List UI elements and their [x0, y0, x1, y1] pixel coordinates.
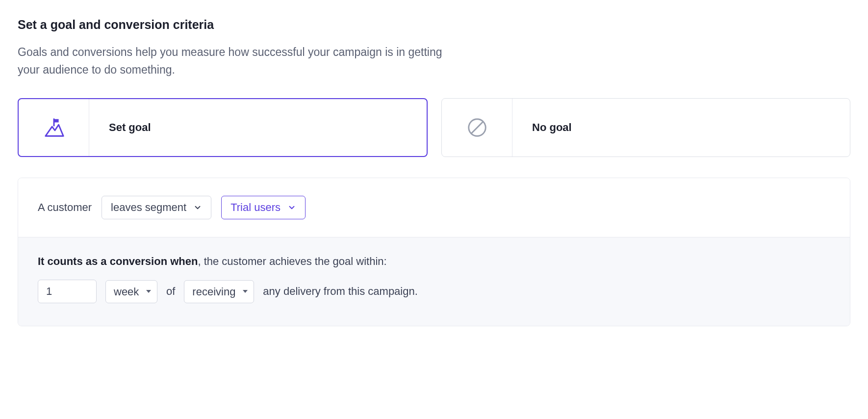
conversion-heading-strong: It counts as a conversion when	[38, 255, 198, 267]
no-goal-label: No goal	[512, 99, 850, 157]
set-goal-label: Set goal	[89, 99, 427, 156]
conversion-heading: It counts as a conversion when, the cust…	[38, 255, 830, 268]
chevron-down-icon	[287, 203, 296, 212]
mountain-flag-icon	[19, 99, 89, 156]
event-type-select[interactable]: receiving	[184, 280, 254, 303]
svg-line-3	[471, 122, 483, 134]
segment-dropdown-label: Trial users	[230, 201, 281, 214]
svg-rect-1	[54, 119, 59, 123]
conversion-inline-controls: week of receiving any delivery from this…	[38, 280, 830, 303]
goal-condition-row: A customer leaves segment Trial users	[18, 178, 850, 237]
goal-config-panel: A customer leaves segment Trial users It…	[18, 178, 850, 326]
no-goal-card[interactable]: No goal	[441, 98, 850, 157]
trailing-text: any delivery from this campaign.	[263, 285, 417, 298]
action-dropdown[interactable]: leaves segment	[102, 196, 211, 219]
page-subheading: Goals and conversions help you measure h…	[18, 44, 459, 79]
of-label: of	[166, 285, 175, 298]
condition-prefix: A customer	[38, 201, 92, 214]
goal-options-row: Set goal No goal	[18, 98, 850, 157]
duration-value-input[interactable]	[38, 280, 97, 303]
segment-dropdown[interactable]: Trial users	[221, 196, 306, 219]
no-symbol-icon	[442, 99, 512, 157]
duration-unit-select[interactable]: week	[105, 280, 157, 303]
chevron-down-icon	[193, 203, 202, 212]
set-goal-card[interactable]: Set goal	[18, 98, 428, 157]
conversion-heading-rest: , the customer achieves the goal within:	[198, 255, 386, 267]
action-dropdown-label: leaves segment	[111, 201, 186, 214]
conversion-criteria-row: It counts as a conversion when, the cust…	[18, 237, 850, 326]
page-heading: Set a goal and conversion criteria	[18, 18, 850, 32]
